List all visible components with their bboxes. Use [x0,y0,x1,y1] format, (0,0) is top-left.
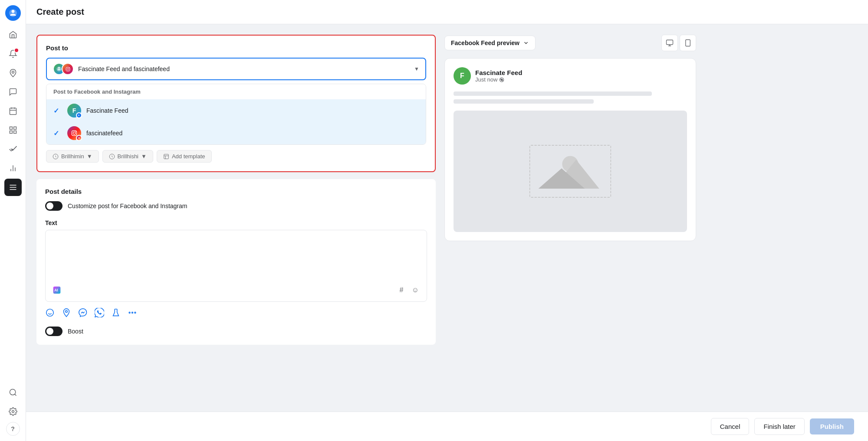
customize-toggle-row: Customize post for Facebook and Instagra… [45,201,427,211]
publish-button[interactable]: Publish [810,418,854,434]
topbar: Create post [26,0,868,24]
svg-rect-29 [686,40,690,46]
emoji-icon[interactable]: ☺ [409,284,421,296]
emoji-tool-location[interactable] [62,308,71,320]
svg-point-27 [135,312,136,314]
trigger-avatar-ig [62,63,74,75]
svg-rect-5 [13,131,16,134]
svg-rect-1 [10,108,16,114]
post-to-label: Post to [46,44,426,52]
boost-toggle[interactable] [45,327,62,336]
svg-point-12 [73,132,76,134]
preview-dropdown[interactable]: Facebook Feed preview [444,36,536,50]
page-title: Create post [36,7,84,17]
sidebar-item-notifications[interactable] [4,45,22,62]
svg-point-7 [12,411,14,413]
emoji-tool-whatsapp[interactable] [95,308,104,320]
preview-avatar: F [454,67,471,85]
sidebar-item-messages[interactable] [4,83,22,101]
preview-image-placeholder [454,111,687,232]
emoji-tool-flask[interactable] [111,308,121,320]
customize-label: Customize post for Facebook and Instagra… [68,203,187,209]
text-area-toolbar: AI # ☺ [51,284,421,296]
svg-point-25 [129,312,130,314]
text-area-right-icons: # ☺ [395,284,421,296]
check-icon-ig: ✓ [53,129,62,137]
left-panel: Post to [36,35,436,431]
fb-badge-icon [76,112,82,118]
dropdown-section-header: Post to Facebook and Instagram [46,84,426,99]
item-avatar-fb: F [67,104,81,118]
sidebar-item-analytics[interactable] [4,160,22,177]
emoji-tool-messenger[interactable] [78,308,88,320]
bottom-bar: Cancel Finish later Publish [26,412,868,441]
sidebar-item-campaigns[interactable] [4,140,22,158]
post-to-dropdown[interactable]: Fascinate Feed and fascinatefeed ▼ [46,58,426,80]
svg-point-10 [69,67,69,68]
svg-rect-28 [667,40,673,45]
svg-point-13 [76,131,76,132]
text-area-container: AI # ☺ [45,230,427,302]
svg-rect-4 [10,131,12,134]
content-area: Post to [26,24,868,441]
preview-name: Fascinate Feed [475,69,522,76]
toolbar-btn-template[interactable]: Add template [157,150,212,163]
customize-toggle[interactable] [45,201,62,211]
sidebar-item-menu[interactable] [4,179,22,196]
text-field-label: Text [45,219,427,226]
finish-later-button[interactable]: Finish later [754,418,804,435]
right-panel: Facebook Feed preview F Fasc [444,35,696,431]
cancel-button[interactable]: Cancel [711,418,750,435]
preview-title: Facebook Feed preview [451,39,519,46]
sidebar-item-search[interactable] [4,384,22,401]
svg-rect-18 [164,154,169,159]
svg-point-9 [67,68,69,70]
preview-header: Facebook Feed preview [444,35,696,51]
preview-time: Just now [475,76,522,83]
emoji-tool-more[interactable] [128,308,137,320]
svg-rect-3 [13,127,16,130]
toolbar-btn-1[interactable]: Brillhimin ▼ [46,150,99,163]
sidebar-item-calendar[interactable] [4,102,22,120]
svg-point-21 [46,309,54,317]
svg-point-15 [79,137,79,138]
sidebar-item-settings[interactable] [4,403,22,420]
preview-line-1 [454,91,652,96]
device-desktop-btn[interactable] [661,35,678,51]
boost-label: Boost [68,328,83,335]
hashtag-icon[interactable]: # [395,284,408,296]
item-avatar-ig [67,126,81,140]
dropdown-item-fb[interactable]: ✓ F Fascinate Feed [46,99,426,122]
preview-line-2 [454,99,594,104]
toolbar-row: Brillhimin ▼ Brillhishi ▼ Add template [46,150,426,163]
emoji-toolbar [45,308,427,320]
post-details-section: Post details Customize post for Facebook… [36,179,436,345]
globe-icon [499,77,504,82]
boost-row: Boost [45,327,427,336]
svg-rect-2 [10,127,12,130]
svg-point-6 [10,389,15,395]
preview-dropdown-arrow-icon [523,40,529,46]
device-toggle [661,35,696,51]
svg-point-26 [132,312,133,314]
item-name-fb: Fascinate Feed [86,107,128,114]
toolbar-btn-2[interactable]: Brillhishi ▼ [102,150,153,163]
preview-card: F Fascinate Feed Just now [444,58,696,241]
preview-user-row: F Fascinate Feed Just now [454,67,687,85]
dropdown-item-ig[interactable]: ✓ fascinatefeed [46,122,426,144]
main-content: Create post Post to [26,0,868,441]
text-area-icon-ai[interactable]: AI [51,284,63,296]
app-logo [5,5,21,21]
sidebar-item-home[interactable] [4,26,22,43]
svg-rect-14 [78,137,80,139]
sidebar-item-location[interactable] [4,64,22,82]
device-mobile-btn[interactable] [680,35,696,51]
text-input[interactable] [51,235,421,279]
sidebar-item-help[interactable]: ? [6,422,20,436]
emoji-tool-face[interactable] [45,308,55,320]
trigger-avatars [53,63,74,75]
check-icon-fb: ✓ [53,107,62,115]
dropdown-content: Post to Facebook and Instagram ✓ F Fasci… [46,84,426,145]
sidebar-item-grid[interactable] [4,121,22,139]
preview-user-info: Fascinate Feed Just now [475,69,522,83]
